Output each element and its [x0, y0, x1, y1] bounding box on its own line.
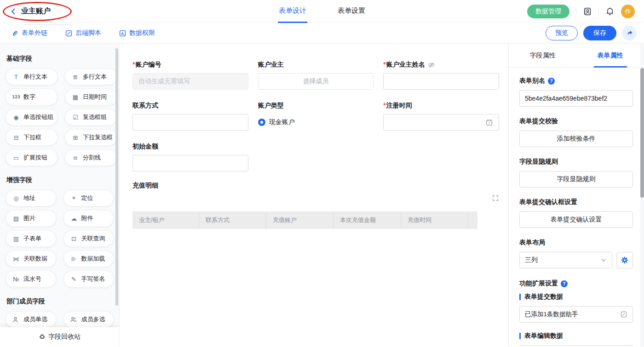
field-account-number[interactable]: 账户编号 自动生成无需填写: [132, 60, 248, 90]
share-button[interactable]: [622, 26, 637, 40]
notification-bell-icon[interactable]: [605, 7, 615, 16]
field-item-address[interactable]: ◎地址: [6, 190, 56, 206]
contact-input[interactable]: [132, 114, 248, 131]
field-item-member-single[interactable]: 成员单选: [6, 311, 56, 328]
field-item-subform[interactable]: ▥子表单: [6, 230, 56, 247]
save-button[interactable]: 保存: [583, 26, 616, 40]
calendar-date-icon[interactable]: 7: [485, 119, 493, 126]
address-pin-icon: ◎: [12, 195, 20, 202]
field-recharge-subtable[interactable]: 充值明细 业主/租户 联系方式 充值账户 本次充值金额 充值时间: [132, 182, 499, 229]
field-item-divider[interactable]: ≡分割线: [65, 149, 117, 166]
cloud-upload-icon: ☁: [70, 215, 78, 222]
field-item-extend-button[interactable]: ▭扩展按钮: [6, 149, 58, 166]
add-operation-button[interactable]: 添加操作: [519, 345, 633, 347]
field-initial-amount[interactable]: 初始金额: [132, 142, 248, 171]
svg-text:7: 7: [489, 121, 490, 125]
back-nav[interactable]: 业主账户: [9, 6, 51, 16]
tab-field-properties[interactable]: 字段属性: [509, 44, 576, 67]
window-scrollbar-thumb[interactable]: [640, 68, 644, 198]
add-validation-button[interactable]: 添加校验条件: [519, 131, 633, 147]
form-alias-input[interactable]: 5be4e2fa4ae659ebe873bef2: [519, 90, 633, 107]
subtable-col-contact: 联系方式: [199, 211, 266, 229]
basic-fields-grid: T单行文本 ≣多行文本 123数字 ▦日期时间 ◉单选按钮组 ☑复选框组 ⊟下拉…: [6, 68, 114, 166]
section-title-member-fields: 部门成员字段: [6, 297, 113, 306]
contacts-book-icon[interactable]: [583, 7, 592, 16]
field-palette-sidebar: 基础字段 T单行文本 ≣多行文本 123数字 ▦日期时间 ◉单选按钮组 ☑复选框…: [0, 44, 120, 347]
field-contact[interactable]: 联系方式: [132, 101, 248, 131]
subform-icon: ▥: [12, 235, 20, 242]
field-item-image[interactable]: ▨图片: [6, 210, 56, 227]
layout-select-value: 三列: [525, 256, 538, 264]
data-permission-button[interactable]: 数据权限: [119, 29, 155, 37]
owner-name-input[interactable]: [383, 73, 499, 90]
account-number-input[interactable]: 自动生成无需填写: [132, 73, 248, 90]
field-item-location[interactable]: ⌖定位: [63, 190, 114, 206]
window-scrollbar-track[interactable]: [640, 44, 644, 347]
tab-form-design[interactable]: 表单设计: [278, 0, 307, 23]
preview-button[interactable]: 预览: [546, 26, 578, 40]
page-title[interactable]: 业主账户: [21, 6, 51, 16]
submit-confirm-button[interactable]: 表单提交确认设置: [519, 211, 633, 228]
data-permission-label: 数据权限: [129, 29, 155, 37]
edit-icon[interactable]: [620, 311, 627, 318]
subtable-col-owner: 业主/租户: [132, 211, 199, 229]
field-item-select[interactable]: ⊟下拉框: [6, 129, 58, 146]
field-register-time[interactable]: 注册时间 7: [383, 101, 499, 131]
panel-tabs: 字段属性 表单属性: [509, 44, 644, 68]
submit-data-value: 已添加1条数据助手: [525, 310, 578, 319]
field-account-type[interactable]: 账户类型 现金账户: [258, 101, 374, 131]
field-item-checkbox-group[interactable]: ☑复选框组: [65, 109, 117, 125]
submit-data-summary[interactable]: 已添加1条数据助手: [519, 306, 633, 323]
number-icon: 123: [12, 95, 20, 99]
member-select-control[interactable]: 选择成员: [258, 73, 374, 90]
user-avatar[interactable]: 作: [621, 5, 635, 18]
field-item-relation-data[interactable]: ⋈关联数据: [6, 250, 56, 267]
radio-option-label[interactable]: 现金账户: [269, 118, 295, 126]
field-owner-name[interactable]: 账户业主姓名: [383, 60, 499, 90]
field-account-owner[interactable]: 账户业主 选择成员: [258, 60, 374, 90]
register-time-input[interactable]: 7: [383, 114, 499, 131]
field-item-radio-group[interactable]: ◉单选按钮组: [6, 109, 58, 125]
field-item-multi-select-box[interactable]: ⊞下拉复选框: [65, 129, 117, 146]
back-chevron-icon[interactable]: [9, 7, 17, 16]
field-recycle-bin-button[interactable]: ♻ 字段回收站: [0, 327, 120, 347]
subtable-col-account: 充值账户: [266, 211, 334, 229]
tab-form-properties[interactable]: 表单属性: [576, 44, 644, 67]
data-manage-button[interactable]: 数据管理: [527, 5, 569, 18]
chevron-down-icon: [600, 257, 607, 263]
backend-script-button[interactable]: 后端脚本: [65, 29, 101, 37]
radio-selected[interactable]: [258, 119, 265, 126]
form-alias-value: 5be4e2fa4ae659ebe873bef2: [525, 95, 607, 102]
fullscreen-expand-icon[interactable]: [492, 194, 499, 202]
field-item-datetime[interactable]: ▦日期时间: [65, 89, 117, 105]
tab-form-settings[interactable]: 表单设置: [337, 0, 366, 23]
required-asterisk: 账户业主姓名: [383, 61, 425, 69]
form-canvas: 账户编号 自动生成无需填写 账户业主 选择成员 账户业主姓名 联系方式: [120, 44, 508, 347]
top-tabs: 表单设计 表单设置: [278, 0, 366, 23]
extend-button-icon: ▭: [12, 154, 20, 161]
sidebar-scrollbar-thumb[interactable]: [115, 48, 118, 306]
field-item-number[interactable]: 123数字: [6, 89, 58, 105]
help-icon[interactable]: ?: [548, 78, 555, 85]
layout-select[interactable]: 三列: [519, 252, 612, 268]
field-item-serial-number[interactable]: №流水号: [6, 271, 56, 287]
divider: [576, 8, 576, 15]
field-item-attachment[interactable]: ☁附件: [63, 210, 114, 227]
layout-settings-button[interactable]: [616, 252, 633, 268]
external-link-button[interactable]: 表单外链: [11, 29, 47, 37]
field-item-member-multi[interactable]: 成员多选: [63, 311, 114, 328]
initial-amount-input[interactable]: [132, 155, 248, 171]
subtable-col-amount: 本次充值金额: [334, 211, 401, 229]
help-icon[interactable]: ?: [561, 280, 568, 287]
field-item-multi-text[interactable]: ≣多行文本: [65, 68, 117, 85]
field-item-signature[interactable]: ✎手写签名: [63, 271, 114, 287]
select-icon: ⊟: [12, 134, 20, 141]
field-item-relation-query[interactable]: ⊡关联查询: [63, 230, 114, 247]
topbar-right-group: 数据管理 作: [527, 5, 635, 18]
field-item-data-load[interactable]: ⊪数据加载: [63, 250, 114, 267]
eye-off-icon: [427, 62, 435, 68]
visibility-rule-button[interactable]: 字段显隐规则: [519, 171, 633, 188]
permission-icon: [119, 29, 126, 37]
subtable-header-row: 业主/租户 联系方式 充值账户 本次充值金额 充值时间: [132, 211, 477, 229]
field-item-single-text[interactable]: T单行文本: [6, 68, 58, 85]
